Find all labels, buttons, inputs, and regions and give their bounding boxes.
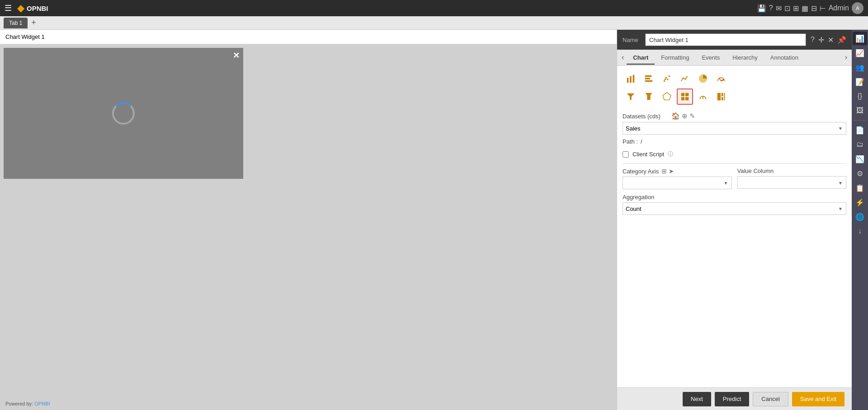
svg-line-12 [721,79,724,81]
tab-prev-button[interactable]: ‹ [619,53,627,61]
chart-type-gauge2[interactable] [695,89,711,105]
tab-chart[interactable]: Chart [627,51,655,65]
dataset-icons: 🏠 ⊕ ✎ [671,112,695,120]
svg-marker-15 [663,93,671,100]
chart-type-scatter[interactable] [659,70,675,87]
filter-icon[interactable]: ⊡ [784,4,790,13]
chart-type-split[interactable] [713,89,729,105]
sidebar-folder-icon[interactable]: 🗂 [853,138,867,151]
dataset-home-icon[interactable]: 🏠 [671,112,680,120]
add-tab-button[interactable]: + [31,18,36,28]
svg-rect-24 [724,93,725,101]
name-label: Name [623,37,641,43]
value-column-select[interactable] [737,176,847,189]
svg-rect-2 [633,75,635,83]
sidebar-chart-icon[interactable]: 📊 [853,32,867,45]
svg-rect-23 [722,97,723,100]
sidebar-users-icon[interactable]: 👥 [853,61,867,74]
sidebar-code-icon[interactable]: {} [853,89,867,103]
predict-button[interactable]: Predict [715,392,749,406]
powered-by-link[interactable]: OPNBI [34,401,50,406]
divider-1 [623,163,846,164]
save-exit-button[interactable]: Save and Exit [792,392,844,406]
client-script-checkbox[interactable] [623,151,629,158]
chart-type-funnel[interactable] [641,89,657,105]
value-column-select-wrapper [737,176,847,189]
main-content: Chart Widget 1 ✕ Powered by: OPNBI Name … [0,30,868,410]
sidebar-report-icon[interactable]: 📝 [853,75,867,89]
dataset-label: Datasets (cds) [623,113,668,120]
chart-type-row-1 [623,70,846,87]
save-icon[interactable]: 💾 [757,4,766,13]
cancel-button[interactable]: Cancel [753,392,788,406]
right-panel: Name ? ✛ ✕ 📌 ‹ Chart Formatting Events H… [617,30,852,410]
logo-text: OPNBI [27,5,48,12]
panel-header: Name ? ✛ ✕ 📌 [617,30,852,50]
svg-rect-21 [717,93,721,101]
help-icon[interactable]: ? [769,4,773,12]
client-script-label: Client Script [632,151,664,158]
tab-events[interactable]: Events [695,51,726,65]
user-avatar[interactable]: A [852,2,863,14]
tab-hierarchy[interactable]: Hierarchy [726,51,764,65]
top-right-icons: 💾 ? ✉ ⊡ ⊞ ▦ ⊟ ⊢ Admin A [757,2,863,14]
client-script-info-icon[interactable]: ⓘ [668,150,673,158]
sidebar-gear-icon[interactable]: ⚙ [853,167,867,180]
sidebar-doc-icon[interactable]: 📄 [853,123,867,137]
mail-icon[interactable]: ✉ [776,4,782,13]
tab-annotation[interactable]: Annotation [764,51,805,65]
widget-name-input[interactable] [645,33,806,46]
panel-pin-icon[interactable]: 📌 [837,36,846,44]
sidebar-lightning-icon[interactable]: ⚡ [853,196,867,209]
hamburger-icon[interactable]: ☰ [5,3,12,13]
sidebar-analytics-icon[interactable]: 📈 [853,46,867,60]
svg-rect-18 [681,97,684,100]
svg-rect-22 [722,93,723,96]
tab-next-button[interactable]: › [842,53,850,61]
path-label: Path : [623,138,638,145]
chart-type-row-2 [623,89,846,105]
dataset-select[interactable]: Sales [623,122,846,135]
value-column-label-row: Value Column [737,168,847,174]
category-axis-select[interactable] [623,177,732,189]
aggregation-select[interactable]: Count Sum Average Min Max [623,202,846,215]
panel-close-icon[interactable]: ✕ [828,36,834,44]
screen-icon[interactable]: ⊟ [811,4,817,13]
tab-formatting[interactable]: Formatting [655,51,695,65]
dataset-edit-icon[interactable]: ✎ [689,112,695,120]
top-bar: ☰ ◆ OPNBI 💾 ? ✉ ⊡ ⊞ ▦ ⊟ ⊢ Admin A [0,0,868,16]
svg-rect-4 [645,78,650,79]
chart-type-line[interactable] [677,70,693,87]
panel-move-icon[interactable]: ✛ [818,36,824,44]
category-axis-group: Category Axis ⊞ ➤ [623,168,732,189]
chart-type-gauge[interactable] [713,70,729,87]
table-icon[interactable]: ▦ [802,4,808,13]
svg-rect-1 [630,76,632,83]
chart-type-grid[interactable] [677,89,693,105]
chart-type-bar[interactable] [623,70,639,87]
settings-icon[interactable]: ⊞ [793,4,799,13]
sidebar-chart2-icon[interactable]: 📉 [853,152,867,166]
svg-point-8 [667,79,669,80]
panel-help-icon[interactable]: ? [811,36,815,44]
sidebar-image-icon[interactable]: 🖼 [853,104,867,117]
category-axis-tree-icon[interactable]: ⊞ [661,168,667,175]
sidebar-globe-icon[interactable]: 🌐 [853,210,867,224]
dataset-add-icon[interactable]: ⊕ [682,112,688,120]
sidebar-list-icon[interactable]: 📋 [853,181,867,195]
category-axis-label: Category Axis [623,168,659,175]
dataset-select-wrapper: Sales [623,122,846,135]
chart-type-filter[interactable] [623,89,639,105]
sidebar-download-icon[interactable]: ↓ [853,224,867,238]
next-button[interactable]: Next [683,392,711,406]
close-widget-button[interactable]: ✕ [233,51,240,61]
chart-type-shape[interactable] [659,89,675,105]
chart-type-pie[interactable] [695,70,711,87]
category-axis-select-wrapper [623,177,732,189]
expand-icon[interactable]: ⊢ [820,4,826,13]
tab-1[interactable]: Tab 1 [4,18,28,28]
svg-point-6 [664,80,665,82]
chart-type-hbar[interactable] [641,70,657,87]
category-axis-arrow-icon[interactable]: ➤ [669,168,674,175]
svg-point-10 [665,79,666,80]
